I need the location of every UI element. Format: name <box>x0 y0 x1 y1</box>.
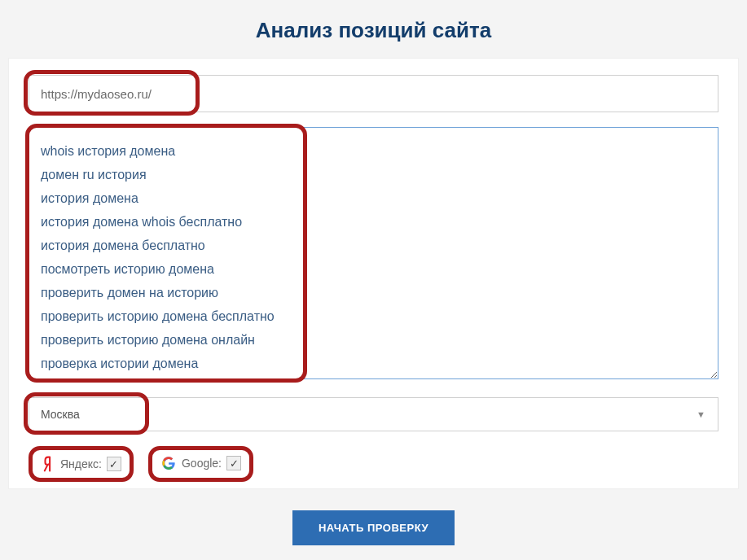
google-icon <box>160 455 177 471</box>
submit-row: НАЧАТЬ ПРОВЕРКУ <box>0 489 747 545</box>
region-select[interactable]: Москва <box>29 397 718 431</box>
yandex-label: Яндекс: <box>60 457 102 470</box>
google-checkbox[interactable]: ✓ <box>226 456 241 470</box>
form-container: Москва ▼ Яндекс: ✓ <box>8 58 739 489</box>
yandex-icon <box>41 455 55 473</box>
google-label: Google: <box>182 457 222 470</box>
region-row: Москва ▼ <box>29 397 718 431</box>
engines-row: Яндекс: ✓ Google: ✓ <box>29 446 718 482</box>
keywords-row <box>29 127 718 383</box>
engine-yandex: Яндекс: ✓ <box>29 446 134 482</box>
url-row <box>29 75 718 112</box>
submit-button[interactable]: НАЧАТЬ ПРОВЕРКУ <box>292 510 455 545</box>
keywords-textarea[interactable] <box>29 127 718 379</box>
engine-google: Google: ✓ <box>148 446 253 482</box>
page-title: Анализ позиций сайта <box>0 0 747 58</box>
url-input[interactable] <box>29 75 718 112</box>
yandex-checkbox[interactable]: ✓ <box>107 457 121 471</box>
